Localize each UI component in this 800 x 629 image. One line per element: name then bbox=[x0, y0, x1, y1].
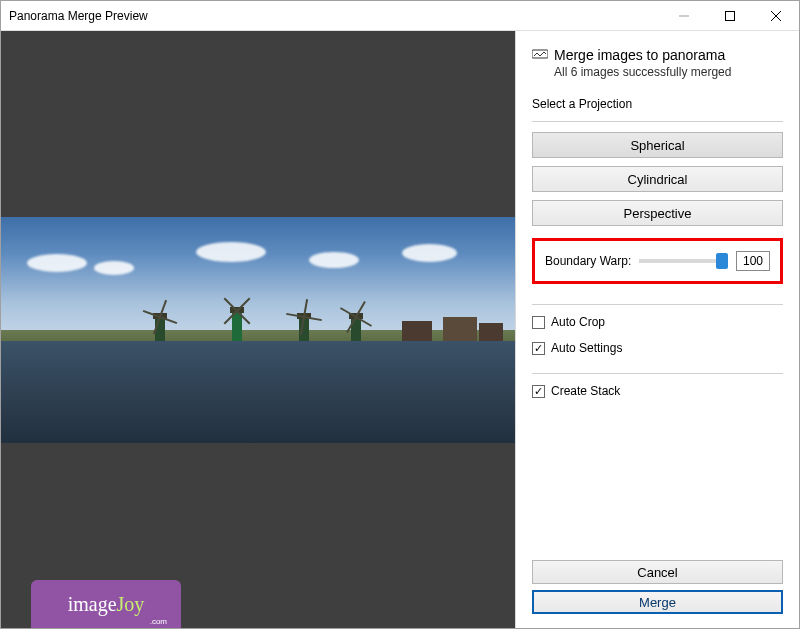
cancel-button[interactable]: Cancel bbox=[532, 560, 783, 584]
auto-crop-checkbox[interactable] bbox=[532, 316, 545, 329]
auto-crop-label: Auto Crop bbox=[551, 315, 605, 329]
logo-subtext: .com bbox=[150, 617, 167, 626]
projection-cylindrical-button[interactable]: Cylindrical bbox=[532, 166, 783, 192]
window-title: Panorama Merge Preview bbox=[9, 9, 661, 23]
logo-text-image: image bbox=[68, 593, 117, 615]
boundary-warp-label: Boundary Warp: bbox=[545, 254, 631, 268]
divider bbox=[532, 373, 783, 374]
create-stack-label: Create Stack bbox=[551, 384, 620, 398]
panorama-merge-window: Panorama Merge Preview bbox=[0, 0, 800, 629]
maximize-button[interactable] bbox=[707, 1, 753, 31]
panorama-preview-image bbox=[1, 217, 515, 443]
watermark-logo: imageJoy .com bbox=[31, 580, 181, 628]
side-panel: Merge images to panorama All 6 images su… bbox=[515, 31, 799, 628]
boundary-warp-row: Boundary Warp: 100 bbox=[532, 238, 783, 284]
boundary-warp-slider[interactable] bbox=[639, 259, 728, 263]
projection-perspective-button[interactable]: Perspective bbox=[532, 200, 783, 226]
auto-crop-row[interactable]: Auto Crop bbox=[532, 315, 783, 329]
boundary-warp-thumb[interactable] bbox=[716, 253, 728, 269]
titlebar: Panorama Merge Preview bbox=[1, 1, 799, 31]
panel-heading: Merge images to panorama bbox=[554, 47, 725, 63]
merge-button[interactable]: Merge bbox=[532, 590, 783, 614]
svg-rect-1 bbox=[726, 11, 735, 20]
panorama-icon bbox=[532, 48, 548, 63]
create-stack-checkbox[interactable]: ✓ bbox=[532, 385, 545, 398]
close-button[interactable] bbox=[753, 1, 799, 31]
create-stack-row[interactable]: ✓ Create Stack bbox=[532, 384, 783, 398]
merge-status-text: All 6 images successfully merged bbox=[554, 65, 783, 79]
preview-pane: imageJoy .com bbox=[1, 31, 515, 628]
auto-settings-row[interactable]: ✓ Auto Settings bbox=[532, 341, 783, 355]
auto-settings-label: Auto Settings bbox=[551, 341, 622, 355]
projection-label: Select a Projection bbox=[532, 97, 783, 111]
projection-spherical-button[interactable]: Spherical bbox=[532, 132, 783, 158]
divider bbox=[532, 304, 783, 305]
logo-text-joy: Joy bbox=[117, 593, 145, 615]
boundary-warp-value[interactable]: 100 bbox=[736, 251, 770, 271]
minimize-button[interactable] bbox=[661, 1, 707, 31]
divider bbox=[532, 121, 783, 122]
content: imageJoy .com Merge images to panorama A… bbox=[1, 31, 799, 628]
auto-settings-checkbox[interactable]: ✓ bbox=[532, 342, 545, 355]
